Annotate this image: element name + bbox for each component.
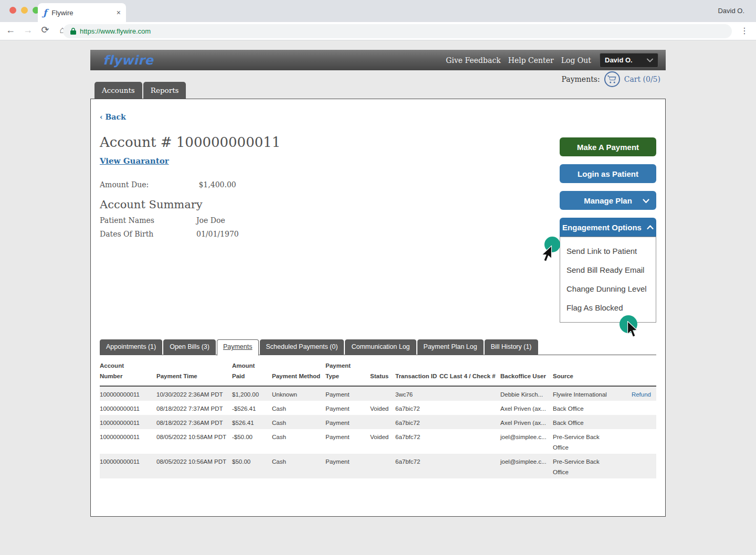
account-field-value: Joe Doe	[196, 216, 225, 225]
header-link-give-feedback[interactable]: Give Feedback	[446, 56, 500, 65]
table-cell: Cash	[272, 401, 326, 415]
user-menu[interactable]: David O.	[600, 53, 658, 68]
table-cell: Payment	[326, 386, 370, 401]
column-header: Payment Time	[156, 355, 232, 386]
account-panel: ‹ Back Account # 100000000011 View Guara…	[90, 99, 666, 517]
table-cell: 08/18/2022 7:37AM PDT	[156, 401, 232, 415]
refund-link[interactable]: Refund	[632, 391, 651, 398]
tab-payment-plan-log[interactable]: Payment Plan Log	[417, 339, 484, 355]
table-cell: 08/18/2022 7:36AM PDT	[156, 415, 232, 429]
manage-plan-label: Manage Plan	[584, 196, 632, 205]
back-icon[interactable]: ←	[5, 25, 16, 36]
column-header-label: Payment Time	[156, 373, 197, 379]
view-guarantor-link[interactable]: View Guarantor	[100, 156, 169, 166]
table-row: 10000000001108/05/2022 10:58AM PDT-$50.0…	[100, 429, 656, 454]
window-minimize-button[interactable]	[21, 7, 28, 14]
account-summary-title: Account Summary	[100, 198, 560, 211]
reload-icon[interactable]: ⟳	[40, 24, 50, 36]
url-text: https://www.flywire.com	[80, 27, 151, 35]
engagement-options-button[interactable]: Engagement Options	[560, 218, 656, 237]
table-cell: Payment	[326, 401, 370, 415]
forward-icon[interactable]: →	[23, 25, 33, 36]
column-header: Backoffice User	[500, 355, 553, 386]
tab-bill-history-1[interactable]: Bill History (1)	[485, 339, 538, 355]
table-cell: Payment	[326, 429, 370, 454]
tab-close-icon[interactable]: ×	[117, 8, 121, 17]
table-cell: 6a7bic72	[395, 415, 439, 429]
tab-title: Flywire	[51, 9, 116, 17]
table-cell	[439, 415, 500, 429]
nav-tab-accounts[interactable]: Accounts	[94, 82, 142, 99]
table-cell: 08/05/2022 10:56AM PDT	[156, 454, 232, 478]
table-cell	[618, 429, 656, 454]
tab-scheduled-payments-0[interactable]: Scheduled Payments (0)	[260, 339, 344, 355]
table-cell: 100000000011	[100, 386, 156, 401]
tab-communication-log[interactable]: Communication Log	[345, 339, 416, 355]
table-cell: joel@simplee.c...	[500, 429, 553, 454]
detail-tabs: Appointments (1)Open Bills (3)PaymentsSc…	[100, 339, 656, 355]
window-controls[interactable]	[9, 7, 39, 14]
table-cell: Cash	[272, 429, 326, 454]
chrome-profile-name[interactable]: David O.	[718, 7, 744, 15]
login-as-patient-button[interactable]: Login as Patient	[560, 164, 656, 183]
tab-payments[interactable]: Payments	[217, 339, 259, 356]
table-cell: 6a7bfc72	[395, 454, 439, 478]
table-cell: $1,200.00	[232, 386, 272, 401]
table-cell: Cash	[272, 454, 326, 478]
table-cell: Cash	[272, 415, 326, 429]
column-header-label: Source	[553, 373, 573, 379]
cart-icon[interactable]	[604, 71, 620, 87]
table-row: 10000000001108/18/2022 7:36AM PDT$526.41…	[100, 415, 656, 429]
table-cell: Pre-Service Back Office	[553, 454, 618, 478]
menu-item-send-link-to-patient[interactable]: Send Link to Patient	[560, 242, 656, 261]
column-header-label: Status	[370, 373, 388, 379]
header-link-log-out[interactable]: Log Out	[561, 56, 591, 65]
column-header: Source	[553, 355, 618, 386]
column-header: Account Number	[100, 355, 156, 386]
column-header-label: CC Last 4 / Check #	[439, 371, 496, 381]
tab-appointments-1[interactable]: Appointments (1)	[100, 339, 162, 355]
table-cell: 100000000011	[100, 401, 156, 415]
browser-menu-icon[interactable]: ⋮	[740, 26, 749, 36]
lock-icon	[70, 28, 76, 35]
table-cell: Debbie Kirsch...	[500, 386, 553, 401]
table-cell: 100000000011	[100, 454, 156, 478]
nav-tab-reports[interactable]: Reports	[143, 82, 186, 99]
make-payment-button[interactable]: Make A Payment	[560, 137, 656, 156]
menu-item-send-bill-ready-email[interactable]: Send Bill Ready Email	[560, 261, 656, 280]
table-cell: Axel Priven (ax...	[500, 415, 553, 429]
tab-open-bills-3[interactable]: Open Bills (3)	[163, 339, 216, 355]
column-header-label: Payment Method	[272, 373, 320, 379]
cart-link[interactable]: Cart (0/5)	[624, 75, 660, 83]
window-close-button[interactable]	[9, 7, 16, 14]
table-cell: 08/05/2022 10:58AM PDT	[156, 429, 232, 454]
primary-nav: AccountsReports	[94, 82, 186, 99]
mouse-cursor-icon	[541, 246, 552, 262]
browser-tab[interactable]: ƒ Flywire ×	[38, 3, 126, 22]
url-bar[interactable]: https://www.flywire.com	[63, 24, 732, 38]
column-header-label: Backoffice User	[500, 373, 546, 379]
table-cell	[618, 415, 656, 429]
user-menu-label: David O.	[605, 56, 647, 64]
column-header: Status	[370, 355, 395, 386]
menu-item-change-dunning-level[interactable]: Change Dunning Level	[560, 280, 656, 298]
table-cell: 6a7bfc72	[395, 429, 439, 454]
header-link-help-center[interactable]: Help Center	[508, 56, 554, 65]
column-header	[618, 355, 656, 386]
table-cell: 100000000011	[100, 429, 156, 454]
chevron-down-icon	[643, 199, 649, 204]
table-cell: 6a7bic72	[395, 401, 439, 415]
manage-plan-button[interactable]: Manage Plan	[560, 191, 656, 210]
table-cell: Pre-Service Back Office	[553, 429, 618, 454]
table-cell: Payment	[326, 454, 370, 478]
browser-tabstrip: ƒ Flywire × David O.	[0, 0, 756, 22]
column-header-label: Amount Paid	[232, 360, 262, 381]
account-field-label: Patient Names	[100, 216, 196, 225]
engagement-options-menu: Send Link to PatientSend Bill Ready Emai…	[560, 237, 656, 323]
table-cell	[439, 386, 500, 401]
menu-item-flag-as-blocked[interactable]: Flag As Blocked	[560, 298, 656, 317]
table-cell	[618, 401, 656, 415]
table-cell: Unknown	[272, 386, 326, 401]
table-cell: Payment	[326, 415, 370, 429]
back-link[interactable]: ‹ Back	[100, 113, 126, 121]
